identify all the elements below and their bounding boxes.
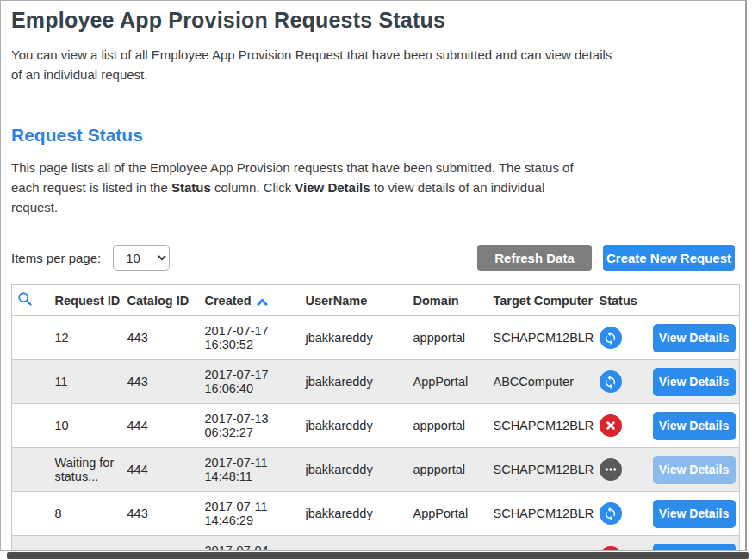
table-header-row: Request ID Catalog ID Created UserName D… <box>12 285 740 316</box>
cell-target-computer: SCHAPCM12BLR <box>488 448 594 492</box>
cell-created: 2017-07-11 14:48:11 <box>200 448 301 492</box>
cell-catalog-id: 444 <box>122 404 200 448</box>
cell-target-computer: ABCComputer <box>488 360 594 404</box>
error-status-icon <box>600 546 622 551</box>
header-catalog-id[interactable]: Catalog ID <box>122 285 200 316</box>
header-status[interactable]: Status <box>594 285 648 316</box>
cell-request-id: 10 <box>50 404 122 448</box>
cell-domain: appportal <box>408 536 488 551</box>
request-status-table: Request ID Catalog ID Created UserName D… <box>11 284 740 551</box>
sync-status-icon <box>600 327 622 349</box>
cell-catalog-id: 444 <box>122 536 200 551</box>
cell-request-id: 6 <box>50 536 122 551</box>
cell-request-id: 12 <box>50 316 122 360</box>
cell-username: jbakkareddy <box>301 360 408 404</box>
cell-request-id: Waiting for status... <box>50 448 122 492</box>
items-per-page-select[interactable]: 10 <box>113 245 170 271</box>
row-icon-cell <box>12 404 50 448</box>
view-details-button[interactable]: View Details <box>653 324 736 352</box>
section-desc-bold-view-details: View Details <box>295 180 370 195</box>
cell-username: jbakkareddy <box>301 316 408 360</box>
cell-status <box>594 316 648 360</box>
table-row: 6 444 2017-07-04 04:32:57 jbakkareddy ap… <box>12 536 740 551</box>
sync-status-icon <box>600 370 622 393</box>
cell-catalog-id: 444 <box>122 448 200 492</box>
view-details-button[interactable]: View Details <box>653 412 736 440</box>
cell-action: View Details <box>648 316 740 360</box>
cell-target-computer: SCHAPCM12BLR <box>488 404 594 448</box>
request-status-heading: Request Status <box>11 125 735 146</box>
cell-target-computer: SCHAPCM12BLR <box>488 536 594 551</box>
create-new-request-button[interactable]: Create New Request <box>603 245 735 271</box>
cell-request-id: 8 <box>50 492 122 536</box>
view-details-button[interactable]: View Details <box>653 500 736 528</box>
window-bottom-edge <box>7 552 749 559</box>
header-username[interactable]: UserName <box>301 285 408 316</box>
search-header-cell <box>12 285 50 316</box>
cell-status <box>594 492 648 536</box>
table-row: 11 443 2017-07-17 16:06:40 jbakkareddy A… <box>12 360 740 404</box>
sync-status-icon <box>600 502 622 525</box>
section-desc-part2: column. Click <box>211 180 295 195</box>
cell-created: 2017-07-17 16:06:40 <box>200 360 301 404</box>
page-frame: Employee App Provision Requests Status Y… <box>0 0 747 551</box>
cell-created: 2017-07-17 16:30:52 <box>200 316 301 360</box>
header-request-id[interactable]: Request ID <box>50 285 122 316</box>
table-row: Waiting for status... 444 2017-07-11 14:… <box>12 448 740 492</box>
ellipsis-status-icon <box>600 458 622 481</box>
header-created-label: Created <box>205 294 252 308</box>
cell-domain: appportal <box>408 404 488 448</box>
page-title: Employee App Provision Requests Status <box>11 8 735 33</box>
row-icon-cell <box>12 448 50 492</box>
cell-action: View Details <box>648 360 740 404</box>
cell-status <box>594 536 648 551</box>
search-icon[interactable] <box>17 291 33 307</box>
cell-catalog-id: 443 <box>122 492 200 536</box>
screenshot-stage: Employee App Provision Requests Status Y… <box>0 0 752 560</box>
section-description: This page lists all of the Employee App … <box>11 158 587 218</box>
row-icon-cell <box>12 316 50 360</box>
cell-username: jbakkareddy <box>301 448 408 492</box>
cell-created: 2017-07-04 04:32:57 <box>200 536 301 551</box>
header-created[interactable]: Created <box>200 285 301 316</box>
cell-action: View Details <box>648 404 740 448</box>
cell-domain: appportal <box>408 448 488 492</box>
cell-domain: appportal <box>408 316 488 360</box>
cell-target-computer: SCHAPCM12BLR <box>488 316 594 360</box>
cell-action: View Details <box>648 448 740 492</box>
sort-ascending-icon <box>257 298 268 306</box>
header-domain[interactable]: Domain <box>408 285 488 316</box>
cell-action: View Details <box>648 536 740 551</box>
cell-action: View Details <box>648 492 740 536</box>
error-status-icon <box>600 414 622 437</box>
page-intro-text: You can view a list of all Employee App … <box>11 45 614 85</box>
table-controls: Items per page: 10 Refresh Data Create N… <box>11 240 735 276</box>
table-row: 8 443 2017-07-11 14:46:29 jbakkareddy Ap… <box>12 492 740 536</box>
cell-username: jbakkareddy <box>301 404 408 448</box>
cell-catalog-id: 443 <box>122 360 200 404</box>
table-row: 10 444 2017-07-13 06:32:27 jbakkareddy a… <box>12 404 740 448</box>
refresh-data-button[interactable]: Refresh Data <box>477 245 592 271</box>
items-per-page-label: Items per page: <box>11 251 101 265</box>
cell-domain: AppPortal <box>408 360 488 404</box>
table-row: 12 443 2017-07-17 16:30:52 jbakkareddy a… <box>12 316 740 360</box>
header-target-computer[interactable]: Target Computer <box>488 285 594 316</box>
view-details-button[interactable]: View Details <box>653 368 736 396</box>
view-details-button-disabled[interactable]: View Details <box>653 456 736 484</box>
section-desc-bold-status: Status <box>171 180 211 195</box>
view-details-button[interactable]: View Details <box>653 544 736 551</box>
cell-created: 2017-07-13 06:32:27 <box>200 404 301 448</box>
cell-status <box>594 404 648 448</box>
cell-username: jbakkareddy <box>301 492 408 536</box>
cell-request-id: 11 <box>50 360 122 404</box>
cell-target-computer: SCHAPCM12BLR <box>488 492 594 536</box>
cell-domain: AppPortal <box>408 492 488 536</box>
row-icon-cell <box>12 536 50 551</box>
header-actions <box>648 285 740 316</box>
cell-username: jbakkareddy <box>301 536 408 551</box>
cell-created: 2017-07-11 14:46:29 <box>200 492 301 536</box>
cell-status <box>594 360 648 404</box>
cell-status <box>594 448 648 492</box>
row-icon-cell <box>12 492 50 536</box>
cell-catalog-id: 443 <box>122 316 200 360</box>
